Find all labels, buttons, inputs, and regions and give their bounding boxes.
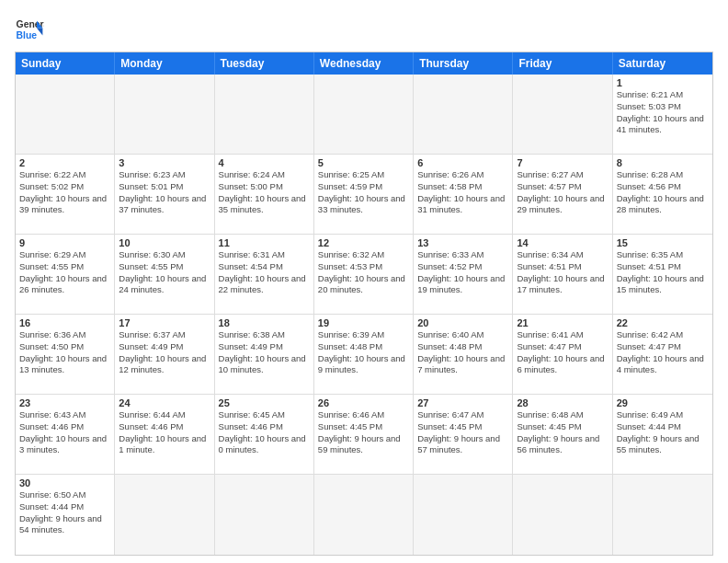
empty-cell <box>414 475 513 555</box>
calendar-day: 17Sunrise: 6:37 AM Sunset: 4:49 PM Dayli… <box>115 315 214 395</box>
calendar-day: 12Sunrise: 6:32 AM Sunset: 4:53 PM Dayli… <box>314 235 414 315</box>
empty-cell <box>115 475 214 555</box>
day-number: 14 <box>517 237 608 248</box>
day-header: Saturday <box>613 52 712 75</box>
logo: General Blue <box>15 15 44 44</box>
empty-cell <box>215 475 314 555</box>
day-number: 18 <box>219 317 310 328</box>
header: General Blue <box>15 15 713 44</box>
calendar-day: 16Sunrise: 6:36 AM Sunset: 4:50 PM Dayli… <box>16 315 115 395</box>
calendar-grid: 1Sunrise: 6:21 AM Sunset: 5:03 PM Daylig… <box>16 75 712 555</box>
empty-cell <box>314 475 414 555</box>
day-number: 15 <box>617 237 709 248</box>
day-info: Sunrise: 6:31 AM Sunset: 4:54 PM Dayligh… <box>219 249 310 296</box>
calendar-day: 24Sunrise: 6:44 AM Sunset: 4:46 PM Dayli… <box>115 395 214 475</box>
day-info: Sunrise: 6:28 AM Sunset: 4:56 PM Dayligh… <box>617 169 709 216</box>
calendar-day: 28Sunrise: 6:48 AM Sunset: 4:45 PM Dayli… <box>513 395 612 475</box>
day-headers: SundayMondayTuesdayWednesdayThursdayFrid… <box>16 52 712 75</box>
day-info: Sunrise: 6:27 AM Sunset: 4:57 PM Dayligh… <box>517 169 608 216</box>
day-number: 12 <box>318 237 409 248</box>
day-info: Sunrise: 6:46 AM Sunset: 4:45 PM Dayligh… <box>318 409 409 456</box>
day-number: 11 <box>219 237 310 248</box>
day-number: 20 <box>417 317 508 328</box>
empty-cell <box>613 475 712 555</box>
day-number: 19 <box>318 317 409 328</box>
empty-cell <box>513 475 612 555</box>
day-number: 28 <box>517 397 608 408</box>
day-header: Monday <box>115 52 214 75</box>
day-header: Thursday <box>414 52 513 75</box>
calendar-day: 6Sunrise: 6:26 AM Sunset: 4:58 PM Daylig… <box>414 155 513 235</box>
day-info: Sunrise: 6:50 AM Sunset: 4:44 PM Dayligh… <box>19 489 110 536</box>
day-info: Sunrise: 6:33 AM Sunset: 4:52 PM Dayligh… <box>417 249 508 296</box>
day-info: Sunrise: 6:36 AM Sunset: 4:50 PM Dayligh… <box>19 329 110 376</box>
day-info: Sunrise: 6:37 AM Sunset: 4:49 PM Dayligh… <box>119 329 210 376</box>
calendar-day: 23Sunrise: 6:43 AM Sunset: 4:46 PM Dayli… <box>16 395 115 475</box>
calendar-day: 18Sunrise: 6:38 AM Sunset: 4:49 PM Dayli… <box>215 315 314 395</box>
calendar-day: 13Sunrise: 6:33 AM Sunset: 4:52 PM Dayli… <box>414 235 513 315</box>
day-info: Sunrise: 6:44 AM Sunset: 4:46 PM Dayligh… <box>119 409 210 456</box>
day-info: Sunrise: 6:48 AM Sunset: 4:45 PM Dayligh… <box>517 409 608 456</box>
calendar-day: 5Sunrise: 6:25 AM Sunset: 4:59 PM Daylig… <box>314 155 414 235</box>
day-info: Sunrise: 6:43 AM Sunset: 4:46 PM Dayligh… <box>19 409 110 456</box>
day-number: 3 <box>119 157 210 168</box>
day-info: Sunrise: 6:22 AM Sunset: 5:02 PM Dayligh… <box>19 169 110 216</box>
calendar-day: 14Sunrise: 6:34 AM Sunset: 4:51 PM Dayli… <box>513 235 612 315</box>
calendar-day: 29Sunrise: 6:49 AM Sunset: 4:44 PM Dayli… <box>613 395 712 475</box>
calendar-day: 19Sunrise: 6:39 AM Sunset: 4:48 PM Dayli… <box>314 315 414 395</box>
page: General Blue SundayMondayTuesdayWednesda… <box>0 0 728 563</box>
day-info: Sunrise: 6:40 AM Sunset: 4:48 PM Dayligh… <box>417 329 508 376</box>
day-info: Sunrise: 6:35 AM Sunset: 4:51 PM Dayligh… <box>617 249 709 296</box>
calendar-day: 9Sunrise: 6:29 AM Sunset: 4:55 PM Daylig… <box>16 235 115 315</box>
calendar-day: 27Sunrise: 6:47 AM Sunset: 4:45 PM Dayli… <box>414 395 513 475</box>
day-info: Sunrise: 6:38 AM Sunset: 4:49 PM Dayligh… <box>219 329 310 376</box>
calendar-day: 15Sunrise: 6:35 AM Sunset: 4:51 PM Dayli… <box>613 235 712 315</box>
empty-cell <box>215 75 314 155</box>
logo-icon: General Blue <box>15 15 44 44</box>
day-header: Tuesday <box>215 52 314 75</box>
day-info: Sunrise: 6:24 AM Sunset: 5:00 PM Dayligh… <box>219 169 310 216</box>
day-number: 16 <box>19 317 110 328</box>
calendar-day: 3Sunrise: 6:23 AM Sunset: 5:01 PM Daylig… <box>115 155 214 235</box>
day-info: Sunrise: 6:26 AM Sunset: 4:58 PM Dayligh… <box>417 169 508 216</box>
day-number: 2 <box>19 157 110 168</box>
day-header: Friday <box>513 52 612 75</box>
day-number: 17 <box>119 317 210 328</box>
day-info: Sunrise: 6:47 AM Sunset: 4:45 PM Dayligh… <box>417 409 508 456</box>
calendar-day: 25Sunrise: 6:45 AM Sunset: 4:46 PM Dayli… <box>215 395 314 475</box>
day-info: Sunrise: 6:21 AM Sunset: 5:03 PM Dayligh… <box>617 89 709 136</box>
day-number: 29 <box>617 397 709 408</box>
calendar-day: 22Sunrise: 6:42 AM Sunset: 4:47 PM Dayli… <box>613 315 712 395</box>
calendar-day: 10Sunrise: 6:30 AM Sunset: 4:55 PM Dayli… <box>115 235 214 315</box>
calendar: SundayMondayTuesdayWednesdayThursdayFrid… <box>15 52 713 556</box>
day-number: 6 <box>417 157 508 168</box>
calendar-day: 8Sunrise: 6:28 AM Sunset: 4:56 PM Daylig… <box>613 155 712 235</box>
calendar-day: 7Sunrise: 6:27 AM Sunset: 4:57 PM Daylig… <box>513 155 612 235</box>
day-info: Sunrise: 6:41 AM Sunset: 4:47 PM Dayligh… <box>517 329 608 376</box>
day-info: Sunrise: 6:49 AM Sunset: 4:44 PM Dayligh… <box>617 409 709 456</box>
day-number: 7 <box>517 157 608 168</box>
day-number: 27 <box>417 397 508 408</box>
calendar-day: 26Sunrise: 6:46 AM Sunset: 4:45 PM Dayli… <box>314 395 414 475</box>
day-number: 24 <box>119 397 210 408</box>
day-number: 25 <box>219 397 310 408</box>
empty-cell <box>115 75 214 155</box>
empty-cell <box>314 75 414 155</box>
day-info: Sunrise: 6:30 AM Sunset: 4:55 PM Dayligh… <box>119 249 210 296</box>
calendar-day: 1Sunrise: 6:21 AM Sunset: 5:03 PM Daylig… <box>613 75 712 155</box>
day-info: Sunrise: 6:32 AM Sunset: 4:53 PM Dayligh… <box>318 249 409 296</box>
day-header: Wednesday <box>314 52 414 75</box>
day-info: Sunrise: 6:45 AM Sunset: 4:46 PM Dayligh… <box>219 409 310 456</box>
day-number: 21 <box>517 317 608 328</box>
day-info: Sunrise: 6:23 AM Sunset: 5:01 PM Dayligh… <box>119 169 210 216</box>
day-number: 22 <box>617 317 709 328</box>
day-header: Sunday <box>16 52 115 75</box>
day-number: 13 <box>417 237 508 248</box>
day-info: Sunrise: 6:42 AM Sunset: 4:47 PM Dayligh… <box>617 329 709 376</box>
day-number: 4 <box>219 157 310 168</box>
calendar-day: 21Sunrise: 6:41 AM Sunset: 4:47 PM Dayli… <box>513 315 612 395</box>
calendar-day: 4Sunrise: 6:24 AM Sunset: 5:00 PM Daylig… <box>215 155 314 235</box>
day-info: Sunrise: 6:39 AM Sunset: 4:48 PM Dayligh… <box>318 329 409 376</box>
empty-cell <box>513 75 612 155</box>
day-number: 23 <box>19 397 110 408</box>
